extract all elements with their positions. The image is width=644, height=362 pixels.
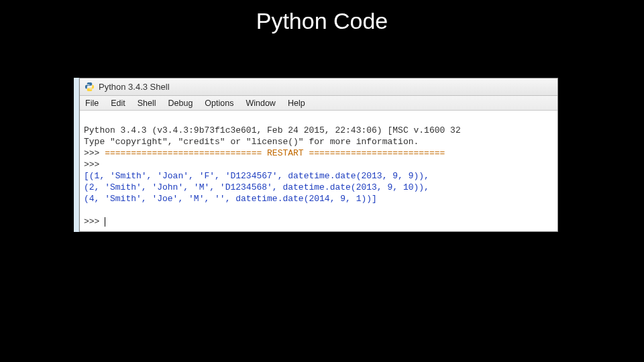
menu-help[interactable]: Help (288, 99, 305, 108)
idle-shell-window: Python 3.4.3 Shell File Edit Shell Debug… (79, 78, 558, 232)
menubar: File Edit Shell Debug Options Window Hel… (80, 96, 557, 111)
prompt: >>> (84, 148, 105, 158)
text-cursor (105, 217, 105, 227)
window-left-strip (74, 78, 79, 232)
banner-line-2: Type "copyright", "credits" or "license(… (84, 137, 419, 147)
menu-window[interactable]: Window (246, 99, 275, 108)
slide-title: Python Code (0, 0, 644, 34)
banner-line-1: Python 3.4.3 (v3.4.3:9b73f1c3e601, Feb 2… (84, 125, 461, 135)
shell-console[interactable]: Python 3.4.3 (v3.4.3:9b73f1c3e601, Feb 2… (80, 111, 557, 241)
window-titlebar: Python 3.4.3 Shell (80, 78, 557, 96)
window-title: Python 3.4.3 Shell (99, 82, 170, 92)
menu-options[interactable]: Options (205, 99, 233, 108)
output-line-3: (4, 'Smith', 'Joe', 'M', '', datetime.da… (84, 194, 377, 204)
python-icon (84, 82, 95, 93)
prompt: >>> (84, 217, 105, 227)
output-line-1: [(1, 'Smith', 'Joan', 'F', 'D1234567', d… (84, 171, 429, 181)
restart-banner: ============================== RESTART =… (105, 148, 445, 158)
prompt: >>> (84, 160, 105, 170)
menu-file[interactable]: File (85, 99, 99, 108)
menu-debug[interactable]: Debug (168, 99, 193, 108)
menu-shell[interactable]: Shell (138, 99, 156, 108)
output-line-2: (2, 'Smith', 'John', 'M', 'D1234568', da… (84, 182, 429, 192)
menu-edit[interactable]: Edit (111, 99, 125, 108)
